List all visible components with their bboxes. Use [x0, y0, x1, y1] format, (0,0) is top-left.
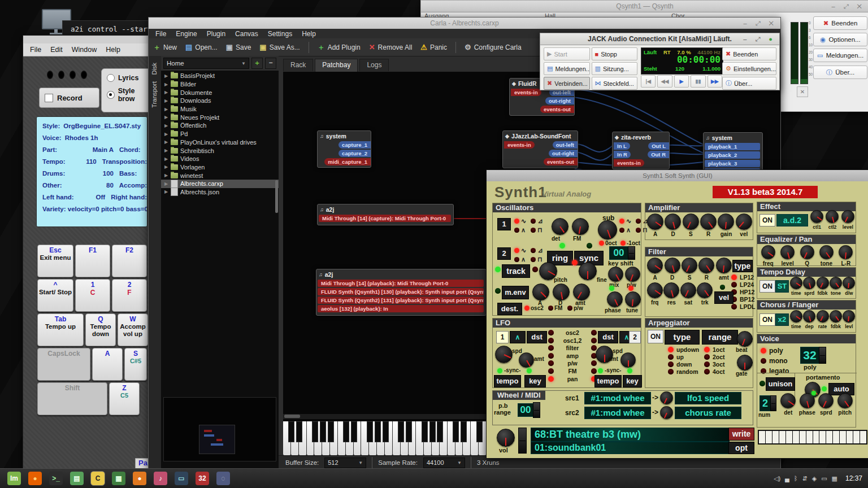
d-knob[interactable] — [665, 213, 681, 230]
file-item-basisprojekt[interactable]: ▶BasisProjekt — [161, 72, 279, 80]
step-cell[interactable] — [806, 431, 813, 443]
option-legato[interactable]: legato — [761, 367, 789, 374]
port-fluid-synth-qsynth1-130-playback-synth-input-port-qsynth1[interactable]: FLUID Synth (Qsynth1) [130] (playback): … — [318, 288, 484, 295]
rate-knob[interactable] — [817, 310, 829, 323]
file-item-neues-projekt[interactable]: ▶Neues Projekt — [161, 113, 279, 121]
piano-black-key[interactable] — [343, 421, 349, 442]
port-capture-2[interactable]: capture_2 — [338, 150, 371, 157]
wave-option[interactable]: ∧ — [619, 226, 631, 234]
file-tree-scrollbar[interactable] — [275, 180, 278, 213]
file-item-playonlinux-s-virtual-drives[interactable]: ▶PlayOnLinux's virtual drives — [161, 138, 279, 147]
dest-osc2-led[interactable] — [524, 306, 530, 311]
arp-range-button[interactable]: range — [702, 330, 738, 345]
arp-beat-knob[interactable] — [737, 331, 753, 347]
tab-rack[interactable]: Rack — [283, 59, 313, 71]
steckfeld-button[interactable]: ⋈Steckfeld... — [592, 77, 638, 90]
start-button[interactable]: ▶Start — [544, 47, 590, 60]
src2-amount-knob[interactable] — [660, 406, 673, 419]
expand-arrow-icon[interactable]: ▶ — [164, 132, 168, 137]
tempo-delay-on-button[interactable]: ON — [760, 280, 775, 293]
option-bp12[interactable]: BP12 — [731, 297, 755, 302]
expand-arrow-icon[interactable]: ▶ — [164, 173, 168, 178]
lfo-dest-pan[interactable]: pan — [548, 376, 597, 382]
wave-option[interactable]: ⊓ — [531, 226, 542, 234]
s-knob[interactable] — [682, 258, 697, 273]
lfo-dest-p-w[interactable]: p/w — [548, 360, 597, 366]
piano-black-key[interactable] — [437, 421, 443, 442]
lfo-dest-osc1-2[interactable]: osc1,2 — [548, 338, 597, 343]
port-out-right[interactable]: out-right — [545, 97, 574, 104]
synth1-titlebar[interactable]: Synth1 Soft Synth (GUI) — [487, 170, 868, 182]
det-knob[interactable] — [552, 218, 568, 235]
piano-black-key[interactable] — [476, 421, 483, 442]
src1-dest-display[interactable]: lfo1 speed — [675, 392, 741, 404]
lfo2-tempo-button[interactable]: tempo — [594, 375, 622, 387]
port-events-in[interactable]: events-in — [504, 141, 535, 149]
piano-black-key[interactable] — [367, 421, 373, 442]
location-combo[interactable]: Home▼ — [163, 58, 249, 69]
port-midi-capture-1[interactable]: midi_capture_1 — [324, 158, 371, 165]
step-cell[interactable] — [826, 431, 832, 443]
toolbar-add-plugin-button[interactable]: ＋Add Plugin — [318, 42, 361, 53]
beenden-button[interactable]: ✖Beenden — [722, 47, 776, 60]
wave-option[interactable]: ∿ — [514, 217, 526, 225]
osc1-waveform-selector[interactable]: ∿∧⊿⊓ — [514, 217, 542, 234]
droplet-icon[interactable]: ● — [133, 472, 146, 485]
remove-location-button[interactable]: − — [265, 58, 276, 69]
lfo2-dst-button[interactable]: dst — [598, 331, 618, 343]
lfo-dest-amp[interactable]: amp — [548, 353, 597, 359]
file-item-albrechts-json[interactable]: ▶Albrechts.json — [161, 188, 279, 197]
canvas-hscrollbar[interactable] — [283, 414, 487, 419]
toolbar-open-button[interactable]: ▤Open... — [185, 43, 218, 51]
port-events-in[interactable]: events-in — [511, 89, 541, 96]
piano-black-key[interactable] — [429, 421, 436, 442]
step-cell[interactable] — [800, 431, 806, 443]
menu-item-help[interactable]: Help — [302, 30, 316, 38]
wave-option[interactable]: ⊿ — [531, 246, 542, 254]
lfo2-button[interactable]: 2 — [629, 331, 641, 343]
piano-black-key[interactable] — [461, 421, 467, 442]
osc1-button[interactable]: 1 — [497, 218, 511, 230]
option-4oct[interactable]: 4oct — [704, 369, 725, 374]
lfo1-speed-knob[interactable] — [495, 346, 513, 363]
step-cell[interactable] — [819, 431, 826, 443]
src2-dest-display[interactable]: chorus rate — [675, 407, 741, 419]
key-tab[interactable]: TabTempo up — [37, 313, 84, 346]
key-esc[interactable]: EscExit menu — [37, 245, 73, 277]
key-a[interactable]: A — [92, 348, 123, 381]
key-[interactable]: ^Start/ Stop — [37, 279, 73, 312]
qsynth-titlebar[interactable]: Qsynth1 — Qsynth — [421, 1, 868, 12]
expand-arrow-icon[interactable]: ▶ — [164, 98, 168, 103]
option-lp24[interactable]: LP24 — [731, 282, 755, 287]
sprd-knob[interactable] — [818, 393, 834, 408]
menu-item-file[interactable]: File — [155, 30, 166, 38]
toolbar-save-button[interactable]: ▣Save — [226, 43, 251, 51]
option-3oct[interactable]: 3oct — [704, 361, 725, 367]
toolbar-save-as-button[interactable]: ▣Save As... — [259, 43, 300, 51]
pause-icon[interactable]: ▮▮ — [691, 75, 705, 88]
toolbar-remove-all-button[interactable]: ✕Remove All — [369, 43, 413, 51]
port-capture-1[interactable]: capture_1 — [338, 141, 371, 149]
port-playback-3[interactable]: playback_3 — [705, 160, 760, 167]
key-q[interactable]: QTempo down — [85, 313, 116, 346]
menu-item-edit[interactable]: Edit — [50, 46, 63, 54]
chorus-mode-display[interactable]: x2 — [775, 313, 789, 326]
lfo1-amount-knob[interactable] — [519, 352, 534, 368]
scope-icon[interactable]: ▭ — [175, 472, 188, 485]
toolbar-configure-carla-button[interactable]: ⚙Configure Carla — [465, 43, 522, 51]
patchbay-node-a2j-playback[interactable]: ♫a2jMidi Through [14] (playback): Midi T… — [316, 269, 487, 316]
level-knob[interactable] — [780, 245, 795, 259]
vel-knob[interactable] — [736, 213, 752, 230]
step-cell[interactable] — [759, 431, 765, 443]
toolbar-new-button[interactable]: ＋New — [153, 42, 177, 53]
port-out-left[interactable]: out-left — [553, 141, 578, 149]
pill-icon[interactable]: ◌ — [216, 472, 230, 485]
lfo-dest-osc2[interactable]: osc2 — [548, 330, 597, 336]
key-shift[interactable]: Shift — [37, 382, 107, 415]
file-item-musik[interactable]: ▶Musik — [161, 105, 279, 114]
sprd-knob[interactable] — [803, 277, 815, 289]
phase-knob[interactable] — [800, 393, 815, 408]
expand-arrow-icon[interactable]: ▶ — [164, 123, 168, 128]
piano-black-key[interactable] — [312, 421, 318, 442]
wave-option[interactable]: ∧ — [514, 255, 526, 263]
